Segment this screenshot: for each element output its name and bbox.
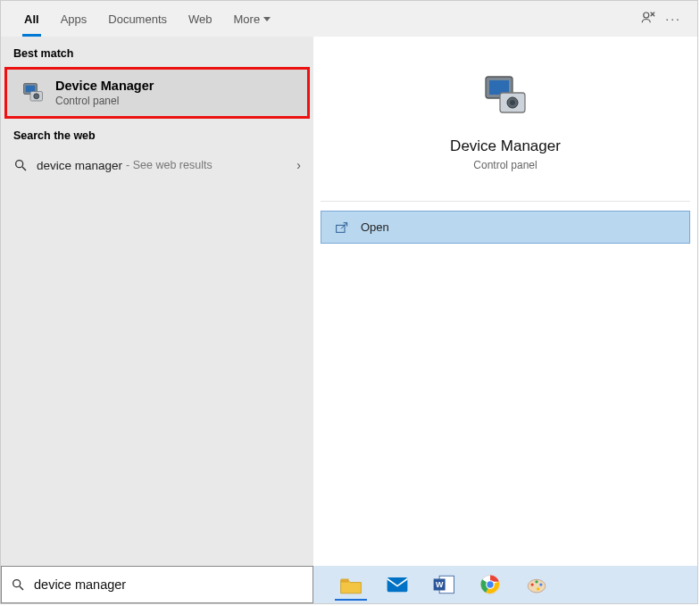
separator <box>321 201 690 202</box>
tab-apps[interactable]: Apps <box>50 1 98 37</box>
taskbar-file-explorer[interactable] <box>333 569 369 601</box>
svg-rect-16 <box>388 577 408 592</box>
svg-point-25 <box>535 580 538 583</box>
taskbar-chrome[interactable] <box>472 569 508 601</box>
search-icon <box>13 158 28 172</box>
filter-tabs: All Apps Documents Web More ··· <box>1 1 697 37</box>
svg-point-13 <box>13 580 21 587</box>
open-label: Open <box>361 220 389 234</box>
best-match-subtitle: Control panel <box>55 95 154 107</box>
web-search-result[interactable]: device manager - See web results › <box>1 149 313 181</box>
section-best-match: Best match <box>1 37 313 67</box>
svg-point-5 <box>16 161 23 168</box>
svg-text:W: W <box>436 580 444 589</box>
svg-point-22 <box>487 581 493 587</box>
section-search-web: Search the web <box>1 119 313 149</box>
preview-subtitle: Control panel <box>330 159 680 171</box>
device-manager-large-icon <box>479 71 532 125</box>
chevron-down-icon <box>263 17 271 21</box>
taskbar-word[interactable]: W <box>426 569 462 601</box>
tab-web[interactable]: Web <box>178 1 223 37</box>
svg-point-4 <box>34 94 39 99</box>
best-match-title: Device Manager <box>55 79 154 93</box>
best-match-result[interactable]: Device Manager Control panel <box>4 67 310 119</box>
web-suffix: - See web results <box>126 159 212 171</box>
bottom-bar: W <box>1 566 697 603</box>
chevron-right-icon: › <box>296 158 301 172</box>
taskbar-mail[interactable] <box>379 569 415 601</box>
taskbar: W <box>313 566 697 603</box>
preview-title: Device Manager <box>330 137 680 155</box>
tab-documents[interactable]: Documents <box>97 1 178 37</box>
results-panel: Best match Device Manager Control panel … <box>1 37 313 603</box>
search-box[interactable] <box>1 566 313 603</box>
search-icon <box>11 577 25 592</box>
overflow-menu-icon[interactable]: ··· <box>665 12 681 26</box>
tab-more[interactable]: More <box>223 1 282 37</box>
svg-point-24 <box>531 583 534 585</box>
web-query: device manager <box>37 159 122 172</box>
svg-line-14 <box>20 586 23 590</box>
taskbar-paint[interactable] <box>519 569 554 601</box>
svg-point-27 <box>537 587 539 590</box>
preview-hero: Device Manager Control panel <box>321 44 690 195</box>
svg-point-0 <box>644 12 649 18</box>
svg-point-11 <box>510 100 515 105</box>
svg-line-6 <box>22 167 26 170</box>
tab-all[interactable]: All <box>13 1 50 37</box>
feedback-icon[interactable] <box>640 10 656 29</box>
open-button[interactable]: Open <box>321 211 690 244</box>
search-input[interactable] <box>34 577 304 592</box>
svg-point-26 <box>539 583 542 585</box>
device-manager-icon <box>20 79 46 106</box>
svg-rect-15 <box>341 579 349 583</box>
preview-panel: Device Manager Control panel Open <box>313 37 697 603</box>
search-window: All Apps Documents Web More ··· Best mat… <box>0 0 698 604</box>
open-icon <box>336 221 350 234</box>
